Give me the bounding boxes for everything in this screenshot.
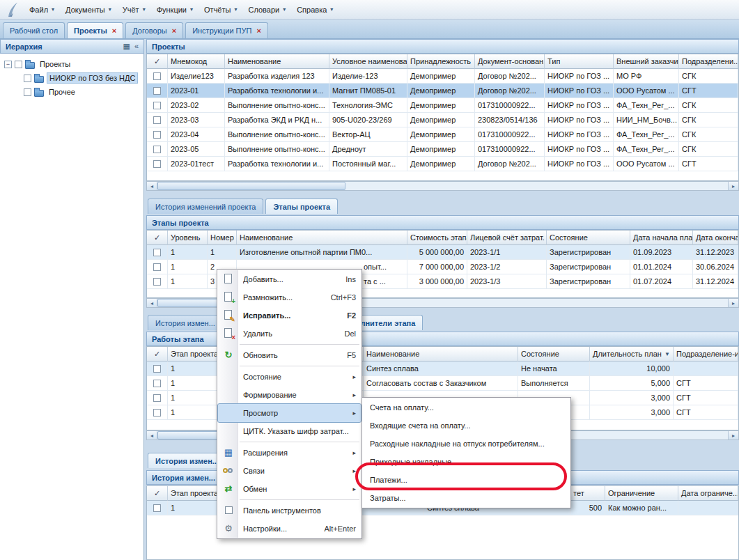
tab-instructions[interactable]: Инструкции ПУП×	[185, 22, 268, 38]
column-header[interactable]: Стоимость этапа	[407, 231, 467, 245]
grid-cell[interactable]: НИОКР по ГОЗ ...	[545, 84, 614, 98]
grid-cell[interactable]: 2023-05	[168, 142, 225, 157]
column-header[interactable]: тет	[570, 486, 605, 501]
grid-cell[interactable]: Разработка ЭКД и РКД н...	[225, 113, 329, 127]
close-icon[interactable]: ×	[172, 27, 176, 35]
close-icon[interactable]: ×	[112, 27, 116, 35]
grid-cell[interactable]: 01.01.2024	[630, 260, 693, 274]
column-header[interactable]: Дата начала план	[630, 231, 693, 245]
menu-item-formation[interactable]: Формирование ▸	[218, 386, 361, 404]
project-row[interactable]: 2023-02Выполнение опытно-конс...Технолог…	[147, 98, 738, 113]
menu-item-exchange[interactable]: ⇄ Обмен ▸	[218, 480, 361, 498]
project-row[interactable]: 2023-05Выполнение опытно-конс...Дредноут…	[147, 142, 738, 157]
row-checkbox[interactable]	[153, 365, 161, 373]
column-header[interactable]: Дата оконча...	[693, 231, 738, 245]
grid-cell[interactable]: 1	[208, 245, 237, 260]
column-header-check[interactable]: ✓	[147, 54, 168, 69]
grid-cell[interactable]: 10,000	[590, 361, 674, 376]
grid-cell[interactable]: ФА_Техн_Рег_...	[614, 127, 679, 142]
grid-cell[interactable]: 2023-01	[168, 84, 225, 98]
column-header-check[interactable]: ✓	[147, 486, 168, 501]
collapse-panel-icon[interactable]: «	[134, 42, 139, 51]
grid-cell[interactable]: Разработка технологии и...	[225, 84, 329, 98]
row-checkbox[interactable]	[153, 394, 161, 402]
column-header[interactable]: Состояние	[547, 231, 630, 245]
grid-cell[interactable]: 905-U020-23/269	[329, 113, 407, 127]
grid-cell[interactable]: Выполняется	[518, 376, 590, 391]
grid-cell[interactable]: 01.09.2023	[630, 245, 693, 260]
grid-cell[interactable]: Выполнение опытно-конс...	[225, 98, 329, 113]
scroll-right-icon[interactable]: ▸	[728, 182, 738, 190]
column-header[interactable]: Наименование	[364, 347, 518, 361]
column-header[interactable]: Лицевой счёт затрат.	[467, 231, 547, 245]
grid-cell[interactable]	[678, 501, 738, 515]
grid-cell[interactable]: 3 000 000,00	[407, 274, 467, 289]
grid-cell[interactable]: СГК	[679, 69, 738, 84]
row-checkbox[interactable]	[153, 131, 161, 139]
grid-cell[interactable]: 31.12.2024	[693, 274, 738, 289]
collapse-node-icon[interactable]: −	[4, 61, 12, 68]
scroll-left-icon[interactable]: ◂	[147, 431, 157, 440]
tab-work-history[interactable]: История измен...	[148, 453, 226, 468]
grid-cell[interactable]: 017310000922...	[475, 127, 545, 142]
grid-cell[interactable]: СГТ	[674, 405, 738, 420]
menu-item-dictionaries[interactable]: Словари▾	[242, 2, 291, 17]
grid-cell[interactable]: СГК	[679, 142, 738, 157]
grid-cell[interactable]: Не начата	[518, 361, 590, 376]
column-header[interactable]: Ограничение	[605, 486, 678, 501]
grid-cell[interactable]: Выполнение опытно-конс...	[225, 127, 329, 142]
tree-checkbox[interactable]	[24, 88, 31, 96]
grid-cell[interactable]: СГК	[679, 127, 738, 142]
column-header[interactable]: Внешний заказчик	[614, 54, 679, 69]
scroll-right-icon[interactable]: ▸	[728, 431, 738, 440]
tree-node-projects[interactable]: − Проекты	[0, 57, 143, 71]
grid-cell[interactable]: Демопример	[407, 127, 475, 142]
grid-cell[interactable]: НИОКР по ГОЗ ...	[545, 113, 614, 127]
grid-cell[interactable]: Демопример	[407, 69, 475, 84]
grid-cell[interactable]	[674, 361, 738, 376]
grid-cell[interactable]: НИОКР по ГОЗ ...	[545, 142, 614, 157]
menu-item-functions[interactable]: Функции▾	[151, 2, 199, 17]
grid-cell[interactable]: Изделие123	[168, 69, 225, 84]
column-header[interactable]: Состояние	[518, 347, 590, 361]
project-row[interactable]: Изделие123Разработка изделия 123Изделие-…	[147, 69, 738, 84]
grid-cell[interactable]: 5,000	[590, 376, 674, 391]
grid-cell[interactable]: Изделие-123	[329, 69, 407, 84]
menu-item-citk-cost-code[interactable]: ЦИТК. Указать шифр затрат...	[218, 422, 361, 440]
submenu-item-incoming-invoices[interactable]: Входящие счета на оплату...	[363, 417, 570, 435]
grid-cell[interactable]: 017310000922...	[475, 98, 545, 113]
grid-cell[interactable]: 2023-03	[168, 113, 225, 127]
grid-cell[interactable]: Изготовление опытной партии ПМ0...	[237, 245, 407, 260]
menu-item-refresh[interactable]: ↻ Обновить F5	[218, 346, 361, 364]
menu-item-documents[interactable]: Документы▾	[60, 2, 117, 17]
column-header[interactable]: Подразделени...	[679, 54, 738, 69]
grid-cell[interactable]: СГТ	[674, 391, 738, 405]
tree-checkbox[interactable]	[24, 75, 31, 82]
grid-cell[interactable]: Демопример	[407, 98, 475, 113]
row-checkbox[interactable]	[153, 72, 161, 80]
grid-cell[interactable]: СГК	[679, 113, 738, 127]
grid-cell[interactable]: 1	[168, 245, 208, 260]
menu-item-state[interactable]: Состояние ▸	[218, 368, 361, 386]
submenu-item-invoices[interactable]: Счета на оплату...	[363, 398, 570, 417]
grid-cell[interactable]: СГК	[679, 98, 738, 113]
scroll-thumb[interactable]	[157, 182, 345, 190]
grid-cell[interactable]: Зарегистрирован	[547, 274, 630, 289]
grid-cell[interactable]: НИОКР по ГОЗ ...	[545, 98, 614, 113]
grid-cell[interactable]: Выполнение опытно-конс...	[225, 142, 329, 157]
submenu-item-incoming-waybills[interactable]: Приходные накладные...	[363, 453, 570, 471]
close-icon[interactable]: ×	[256, 27, 260, 35]
grid-cell[interactable]: Разработка изделия 123	[225, 69, 329, 84]
column-header-check[interactable]: ✓	[147, 347, 168, 361]
column-header[interactable]: Наименование	[225, 54, 329, 69]
tab-projects[interactable]: Проекты×	[67, 22, 123, 38]
row-checkbox[interactable]	[153, 504, 161, 512]
menu-item-settings[interactable]: ⚙ Настройки... Alt+Enter	[218, 520, 361, 538]
grid-cell[interactable]: 7 000 000,00	[407, 260, 467, 274]
tab-desktop[interactable]: Рабочий стол	[3, 22, 65, 38]
grid-cell[interactable]: СГТ	[679, 157, 738, 171]
grid-cell[interactable]: 2023-01тест	[168, 157, 225, 171]
row-checkbox[interactable]	[153, 160, 161, 168]
menu-item-toolbar-panel[interactable]: Панель инструментов	[218, 501, 361, 520]
column-header[interactable]: Номер	[208, 231, 237, 245]
